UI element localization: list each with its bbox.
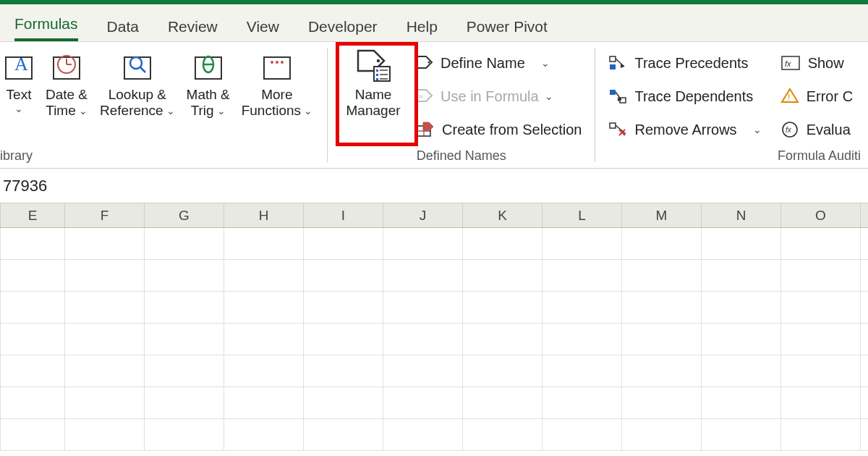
cell[interactable] <box>542 324 622 355</box>
tab-data[interactable]: Data <box>107 18 139 41</box>
cell[interactable] <box>145 292 224 323</box>
define-name-button[interactable]: Define Name ⌄ <box>413 46 584 80</box>
column-header[interactable]: J <box>383 203 463 227</box>
show-formulas-button[interactable]: fx Show <box>778 46 856 80</box>
cell[interactable] <box>224 228 304 259</box>
cell[interactable] <box>304 355 383 387</box>
tab-formulas[interactable]: Formulas <box>14 15 78 41</box>
trace-dependents-button[interactable]: Trace Dependents <box>605 80 764 113</box>
tab-view[interactable]: View <box>247 18 279 41</box>
cell[interactable] <box>702 260 781 291</box>
cell[interactable] <box>304 228 383 259</box>
cell[interactable] <box>463 387 542 418</box>
cell[interactable] <box>65 419 145 450</box>
text-functions-button[interactable]: A Text ⌄ <box>0 46 38 116</box>
cell[interactable] <box>622 228 702 259</box>
cell[interactable] <box>224 324 304 355</box>
name-manager-button[interactable]: Name Manager <box>338 46 409 120</box>
cell[interactable] <box>304 419 383 450</box>
cell[interactable] <box>542 292 622 323</box>
cell[interactable] <box>224 419 304 450</box>
cell[interactable] <box>702 292 781 323</box>
column-header[interactable]: K <box>463 203 542 227</box>
cell[interactable] <box>145 228 224 259</box>
create-from-selection-button[interactable]: Create from Selection <box>413 113 584 146</box>
datetime-functions-button[interactable]: Date & Time⌄ <box>38 46 95 120</box>
column-header[interactable]: E <box>0 203 65 227</box>
cell[interactable] <box>781 355 861 387</box>
cell[interactable] <box>781 228 861 259</box>
cell[interactable] <box>383 419 463 450</box>
cell[interactable] <box>781 387 861 418</box>
cell[interactable] <box>463 355 542 387</box>
column-header[interactable]: O <box>781 203 861 227</box>
column-header[interactable]: G <box>145 203 224 227</box>
cell[interactable] <box>542 260 622 291</box>
cell[interactable] <box>224 387 304 418</box>
cell[interactable] <box>702 419 781 450</box>
more-functions-button[interactable]: More Functions⌄ <box>237 46 317 120</box>
cell[interactable] <box>781 260 861 291</box>
cell[interactable] <box>383 324 463 355</box>
cell[interactable] <box>0 419 65 450</box>
cell[interactable] <box>65 228 145 259</box>
trace-precedents-button[interactable]: Trace Precedents <box>605 46 764 80</box>
column-header[interactable]: L <box>542 203 622 227</box>
cell[interactable] <box>542 419 622 450</box>
cell[interactable] <box>622 355 702 387</box>
cell[interactable] <box>304 324 383 355</box>
cell[interactable] <box>463 292 542 323</box>
tab-help[interactable]: Help <box>407 18 438 41</box>
cell[interactable] <box>463 419 542 450</box>
remove-arrows-button[interactable]: Remove Arrows ⌄ <box>605 113 764 146</box>
cell[interactable] <box>781 324 861 355</box>
cell[interactable] <box>383 355 463 387</box>
cell[interactable] <box>0 260 65 291</box>
cell[interactable] <box>542 387 622 418</box>
cell[interactable] <box>65 324 145 355</box>
cell[interactable] <box>304 292 383 323</box>
cell[interactable] <box>702 228 781 259</box>
cell[interactable] <box>145 355 224 387</box>
formula-bar[interactable]: 77936 <box>0 169 868 203</box>
cell[interactable] <box>383 387 463 418</box>
math-functions-button[interactable]: Math & Trig⌄ <box>179 46 237 120</box>
cell[interactable] <box>0 387 65 418</box>
column-header[interactable]: I <box>304 203 383 227</box>
cell[interactable] <box>463 324 542 355</box>
cell[interactable] <box>463 260 542 291</box>
cell[interactable] <box>781 292 861 323</box>
evaluate-formula-button[interactable]: fx Evalua <box>778 113 856 146</box>
error-checking-button[interactable]: ! Error C <box>778 80 856 113</box>
cell[interactable] <box>65 355 145 387</box>
tab-developer[interactable]: Developer <box>308 18 378 41</box>
column-header[interactable]: H <box>224 203 304 227</box>
column-header[interactable]: M <box>622 203 702 227</box>
cell[interactable] <box>702 387 781 418</box>
cell[interactable] <box>702 324 781 355</box>
cell[interactable] <box>702 355 781 387</box>
cell[interactable] <box>622 292 702 323</box>
cell[interactable] <box>224 292 304 323</box>
cell[interactable] <box>463 228 542 259</box>
cell[interactable] <box>383 260 463 291</box>
cell[interactable] <box>383 228 463 259</box>
cell[interactable] <box>145 387 224 418</box>
column-header[interactable]: N <box>702 203 781 227</box>
cell[interactable] <box>145 419 224 450</box>
cell[interactable] <box>622 419 702 450</box>
cell[interactable] <box>65 260 145 291</box>
cell[interactable] <box>781 419 861 450</box>
cell[interactable] <box>0 292 65 323</box>
cell[interactable] <box>622 387 702 418</box>
cell[interactable] <box>145 260 224 291</box>
cell[interactable] <box>224 355 304 387</box>
cell[interactable] <box>383 292 463 323</box>
cell[interactable] <box>0 355 65 387</box>
lookup-functions-button[interactable]: Lookup & Reference⌄ <box>95 46 179 120</box>
cell[interactable] <box>145 324 224 355</box>
cell[interactable] <box>622 260 702 291</box>
tab-powerpivot[interactable]: Power Pivot <box>467 18 548 41</box>
cell[interactable] <box>0 324 65 355</box>
cell[interactable] <box>542 355 622 387</box>
